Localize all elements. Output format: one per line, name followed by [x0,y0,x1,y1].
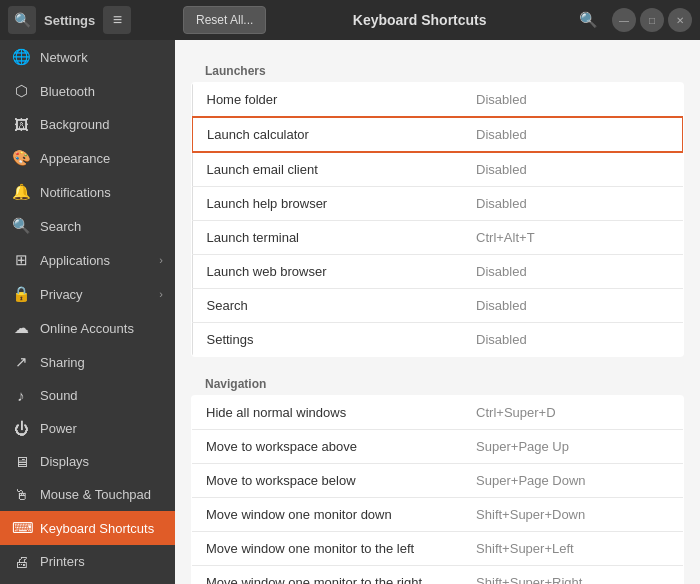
shortcut-key: Disabled [462,83,683,118]
sidebar-item-keyboard-shortcuts[interactable]: ⌨Keyboard Shortcuts [0,511,175,545]
sidebar-item-applications[interactable]: ⊞Applications› [0,243,175,277]
search-button[interactable]: 🔍 [573,11,604,29]
sidebar-item-notifications[interactable]: 🔔Notifications [0,175,175,209]
shortcut-name: Hide all normal windows [192,396,463,430]
titlebar-search-icon[interactable]: 🔍 [8,6,36,34]
shortcut-name: Launch help browser [192,187,462,221]
applications-arrow-icon: › [159,254,163,266]
sidebar-label-online-accounts: Online Accounts [40,321,134,336]
displays-icon: 🖥 [12,453,30,470]
page-title: Keyboard Shortcuts [266,12,573,28]
table-row[interactable]: Move window one monitor to the leftShift… [192,532,684,566]
sharing-icon: ↗ [12,353,30,371]
sidebar-label-background: Background [40,117,109,132]
table-row[interactable]: Launch terminalCtrl+Alt+T [192,221,683,255]
shortcut-key: Super+Page Up [462,430,683,464]
shortcut-key: Disabled [462,323,683,357]
section-label-navigation: Navigation [191,369,684,395]
app-title: Settings [44,13,95,28]
sidebar-item-appearance[interactable]: 🎨Appearance [0,141,175,175]
sound-icon: ♪ [12,387,30,404]
shortcuts-table-navigation: Hide all normal windowsCtrl+Super+DMove … [191,395,684,584]
shortcut-key: Ctrl+Super+D [462,396,683,430]
shortcut-name: Launch email client [192,152,462,187]
sidebar-label-displays: Displays [40,454,89,469]
sidebar-label-privacy: Privacy [40,287,83,302]
titlebar-menu-button[interactable]: ≡ [103,6,131,34]
maximize-button[interactable]: □ [640,8,664,32]
shortcut-name: Move window one monitor to the left [192,532,463,566]
table-row[interactable]: Launch email clientDisabled [192,152,683,187]
sidebar-item-search[interactable]: 🔍Search [0,209,175,243]
shortcut-name: Move to workspace below [192,464,463,498]
shortcut-name: Settings [192,323,462,357]
sidebar-label-mouse-touchpad: Mouse & Touchpad [40,487,151,502]
sidebar-item-background[interactable]: 🖼Background [0,108,175,141]
privacy-icon: 🔒 [12,285,30,303]
shortcut-name: Launch calculator [192,117,462,152]
reset-all-button[interactable]: Reset All... [183,6,266,34]
sidebar-item-mouse-touchpad[interactable]: 🖱Mouse & Touchpad [0,478,175,511]
keyboard-shortcuts-icon: ⌨ [12,519,30,537]
shortcut-name: Home folder [192,83,462,118]
privacy-arrow-icon: › [159,288,163,300]
titlebar-left: 🔍 Settings ≡ [8,6,183,34]
shortcut-key: Disabled [462,255,683,289]
table-row[interactable]: Move to workspace aboveSuper+Page Up [192,430,684,464]
power-icon: ⏻ [12,420,30,437]
main-area: 🌐Network⬡Bluetooth🖼Background🎨Appearance… [0,40,700,584]
table-row[interactable]: Hide all normal windowsCtrl+Super+D [192,396,684,430]
bluetooth-icon: ⬡ [12,82,30,100]
table-row[interactable]: SearchDisabled [192,289,683,323]
shortcuts-table-launchers: Home folderDisabledLaunch calculatorDisa… [191,82,684,357]
shortcut-name: Search [192,289,462,323]
shortcut-name: Launch web browser [192,255,462,289]
sidebar-item-bluetooth[interactable]: ⬡Bluetooth [0,74,175,108]
sidebar-item-network[interactable]: 🌐Network [0,40,175,74]
shortcut-key: Disabled [462,289,683,323]
close-button[interactable]: ✕ [668,8,692,32]
appearance-icon: 🎨 [12,149,30,167]
shortcut-name: Move window one monitor to the right [192,566,463,585]
section-label-launchers: Launchers [191,56,684,82]
sidebar-item-sharing[interactable]: ↗Sharing [0,345,175,379]
table-row[interactable]: Launch web browserDisabled [192,255,683,289]
sidebar: 🌐Network⬡Bluetooth🖼Background🎨Appearance… [0,40,175,584]
sidebar-label-sound: Sound [40,388,78,403]
shortcut-key: Ctrl+Alt+T [462,221,683,255]
table-row[interactable]: Launch help browserDisabled [192,187,683,221]
sidebar-item-sound[interactable]: ♪Sound [0,379,175,412]
table-row[interactable]: Move window one monitor to the rightShif… [192,566,684,585]
table-row[interactable]: Move window one monitor downShift+Super+… [192,498,684,532]
background-icon: 🖼 [12,116,30,133]
shortcut-key: Shift+Super+Right [462,566,683,585]
table-row[interactable]: SettingsDisabled [192,323,683,357]
shortcut-name: Move window one monitor down [192,498,463,532]
table-row[interactable]: Move to workspace belowSuper+Page Down [192,464,684,498]
notifications-icon: 🔔 [12,183,30,201]
sidebar-label-applications: Applications [40,253,110,268]
sidebar-label-search: Search [40,219,81,234]
sidebar-item-power[interactable]: ⏻Power [0,412,175,445]
sidebar-item-removable-media[interactable]: 💿Removable Media [0,578,175,584]
online-accounts-icon: ☁ [12,319,30,337]
minimize-button[interactable]: — [612,8,636,32]
window-controls: — □ ✕ [612,8,692,32]
sidebar-item-privacy[interactable]: 🔒Privacy› [0,277,175,311]
shortcut-name: Move to workspace above [192,430,463,464]
shortcut-key: Disabled [462,152,683,187]
sidebar-item-online-accounts[interactable]: ☁Online Accounts [0,311,175,345]
printers-icon: 🖨 [12,553,30,570]
table-row[interactable]: Launch calculatorDisabled [192,117,683,152]
shortcut-key: Disabled [462,187,683,221]
table-row[interactable]: Home folderDisabled [192,83,683,118]
mouse-touchpad-icon: 🖱 [12,486,30,503]
applications-icon: ⊞ [12,251,30,269]
sidebar-label-network: Network [40,50,88,65]
shortcut-key: Super+Page Down [462,464,683,498]
sidebar-item-displays[interactable]: 🖥Displays [0,445,175,478]
sidebar-item-printers[interactable]: 🖨Printers [0,545,175,578]
content-area: LaunchersHome folderDisabledLaunch calcu… [175,40,700,584]
shortcut-key: Disabled [462,117,683,152]
search-icon: 🔍 [12,217,30,235]
